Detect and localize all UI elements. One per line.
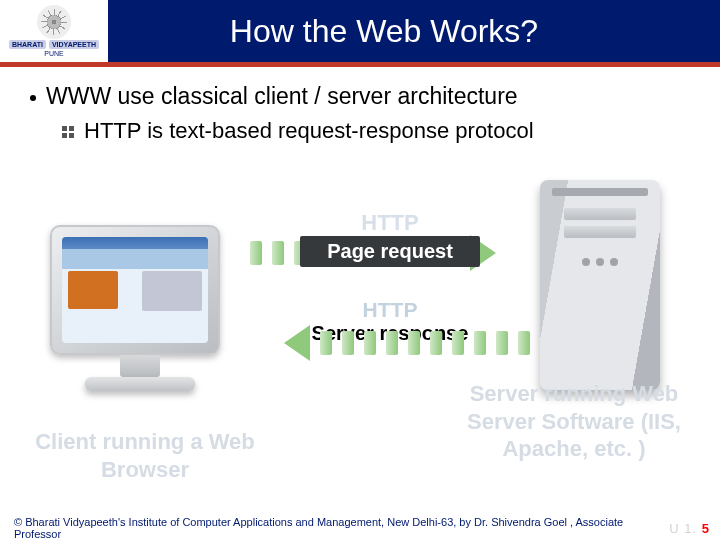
footer-page-number: U 1. 5 <box>669 521 710 536</box>
bullet-dot-icon <box>30 95 36 101</box>
emblem-icon <box>37 5 71 39</box>
slide-title: How the Web Works? <box>108 13 720 50</box>
footer: © Bharati Vidyapeeth's Institute of Comp… <box>0 516 720 540</box>
server-caption: Server running Web Server Software (IIS,… <box>454 380 694 463</box>
server-tower-icon <box>540 180 660 390</box>
sub-bullet: HTTP is text-based request-response prot… <box>62 118 694 144</box>
page-request-label: Page request <box>300 236 480 267</box>
http-label-bottom: HTTP <box>250 298 530 322</box>
http-label-top: HTTP <box>250 210 530 236</box>
logo-word-right: VIDYAPEETH <box>49 40 99 49</box>
content-area: WWW use classical client / server archit… <box>0 67 720 144</box>
response-arrow-icon <box>250 330 530 356</box>
client-caption: Client running a Web Browser <box>30 428 260 483</box>
sub-bullet-text: HTTP is text-based request-response prot… <box>84 118 534 144</box>
page-prefix: U 1. <box>669 521 697 536</box>
main-bullet-text: WWW use classical client / server archit… <box>46 83 518 110</box>
footer-copyright: © Bharati Vidyapeeth's Institute of Comp… <box>14 516 669 540</box>
title-bar: BHARATI VIDYAPEETH PUNE How the Web Work… <box>0 0 720 62</box>
page-number: 5 <box>702 521 710 536</box>
quad-bullet-icon <box>62 126 74 138</box>
logo-word-left: BHARATI <box>9 40 46 49</box>
architecture-diagram: HTTP Page request HTTP Server response C… <box>0 180 720 490</box>
logo-city: PUNE <box>44 50 63 57</box>
main-bullet: WWW use classical client / server archit… <box>26 83 694 110</box>
institution-logo: BHARATI VIDYAPEETH PUNE <box>0 0 108 62</box>
client-monitor-icon <box>50 225 230 391</box>
